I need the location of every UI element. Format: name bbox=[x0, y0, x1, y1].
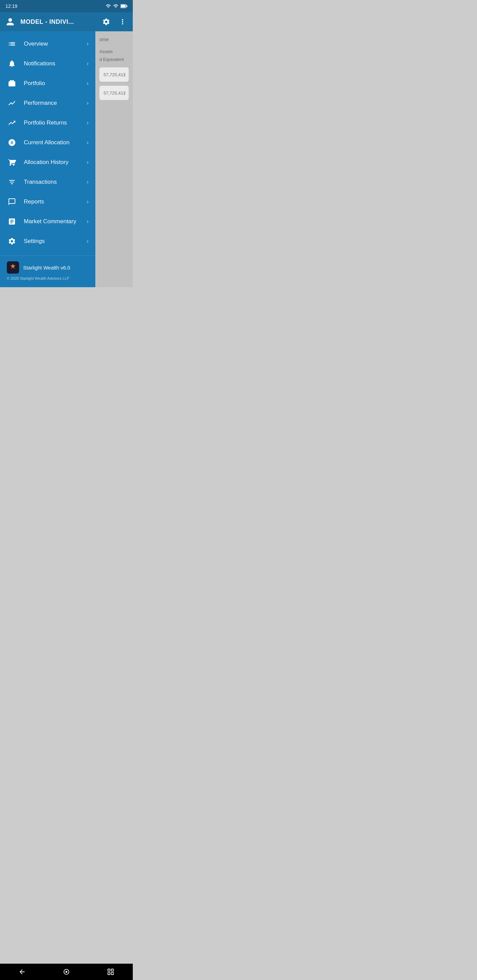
nav-label-transactions: Transactions bbox=[24, 179, 80, 185]
brand-container: Starlight Wealth v6.0 bbox=[7, 261, 89, 274]
nav-item-notifications[interactable]: Notifications › bbox=[0, 54, 95, 73]
nav-item-performance[interactable]: Performance › bbox=[0, 93, 95, 113]
app-header: MODEL - INDIVI... bbox=[0, 12, 133, 31]
nav-label-performance: Performance bbox=[24, 100, 80, 107]
status-time: 12:19 bbox=[5, 3, 18, 9]
drawer-items: Overview › Notifications › bbox=[0, 31, 95, 256]
more-options-icon bbox=[118, 18, 127, 26]
nav-item-current-allocation[interactable]: Current Allocation › bbox=[0, 133, 95, 153]
right-value-1: 57,725,412 bbox=[104, 72, 126, 77]
right-arrow-2: › bbox=[123, 89, 125, 97]
nav-arrow-performance: › bbox=[87, 100, 89, 106]
right-card-2: 57,725,412 › bbox=[99, 86, 129, 100]
drawer-overlay: Overview › Notifications › bbox=[0, 31, 133, 287]
more-options-button[interactable] bbox=[116, 16, 129, 28]
nav-label-portfolio: Portfolio bbox=[24, 80, 80, 87]
signal-icon bbox=[113, 3, 118, 9]
nav-label-portfolio-returns: Portfolio Returns bbox=[24, 119, 80, 126]
right-text-equivalent: d Equivalent bbox=[99, 57, 124, 62]
nav-arrow-transactions: › bbox=[87, 179, 89, 185]
navigation-drawer: Overview › Notifications › bbox=[0, 31, 95, 287]
brand-logo bbox=[7, 261, 19, 274]
settings-nav-icon bbox=[7, 236, 17, 247]
right-content-area[interactable]: ome Assets d Equivalent 57,725,412 › 57,… bbox=[95, 31, 133, 287]
copyright-text: © 2020 Starlight Wealth Advisors LLP bbox=[7, 276, 89, 280]
nav-arrow-portfolio: › bbox=[87, 80, 89, 86]
portfolio-returns-icon bbox=[7, 118, 17, 128]
nav-item-portfolio[interactable]: Portfolio › bbox=[0, 73, 95, 93]
nav-label-settings: Settings bbox=[24, 238, 80, 245]
nav-item-transactions[interactable]: Transactions › bbox=[0, 172, 95, 192]
nav-arrow-portfolio-returns: › bbox=[87, 120, 89, 126]
nav-item-allocation-history[interactable]: Allocation History › bbox=[0, 153, 95, 172]
status-bar: 12:19 bbox=[0, 0, 133, 12]
nav-arrow-overview: › bbox=[87, 41, 89, 47]
market-commentary-icon bbox=[7, 216, 17, 227]
nav-label-current-allocation: Current Allocation bbox=[24, 139, 80, 146]
status-icons bbox=[105, 3, 127, 9]
right-value-2: 57,725,412 bbox=[104, 91, 126, 95]
right-arrow-1: › bbox=[123, 71, 125, 78]
current-allocation-icon bbox=[7, 137, 17, 148]
nav-arrow-notifications: › bbox=[87, 60, 89, 67]
drawer-footer: Starlight Wealth v6.0 © 2020 Starlight W… bbox=[0, 256, 95, 287]
transactions-icon bbox=[7, 177, 17, 187]
nav-label-allocation-history: Allocation History bbox=[24, 159, 80, 166]
nav-arrow-current-allocation: › bbox=[87, 140, 89, 146]
profile-icon bbox=[6, 18, 14, 26]
nav-item-settings[interactable]: Settings › bbox=[0, 231, 95, 251]
nav-label-overview: Overview bbox=[24, 40, 80, 47]
nav-arrow-market-commentary: › bbox=[87, 218, 89, 224]
svg-rect-2 bbox=[127, 5, 128, 7]
nav-label-market-commentary: Market Commentary bbox=[24, 218, 80, 225]
nav-label-reports: Reports bbox=[24, 198, 80, 205]
nav-item-portfolio-returns[interactable]: Portfolio Returns › bbox=[0, 113, 95, 133]
time-display: 12:19 bbox=[5, 3, 18, 9]
allocation-history-icon bbox=[7, 157, 17, 167]
overview-icon bbox=[7, 39, 17, 49]
nav-item-market-commentary[interactable]: Market Commentary › bbox=[0, 212, 95, 231]
settings-icon bbox=[102, 18, 110, 26]
right-text-income: ome bbox=[99, 37, 108, 42]
nav-arrow-reports: › bbox=[87, 199, 89, 205]
reports-icon bbox=[7, 197, 17, 207]
nav-arrow-settings: › bbox=[87, 238, 89, 244]
brand-name: Starlight Wealth v6.0 bbox=[23, 265, 70, 270]
nav-item-overview[interactable]: Overview › bbox=[0, 34, 95, 54]
right-card-1: 57,725,412 › bbox=[99, 67, 129, 82]
settings-button[interactable] bbox=[100, 16, 112, 28]
wifi-icon bbox=[105, 3, 111, 9]
right-text-assets: Assets bbox=[99, 49, 113, 54]
right-content-inner: ome Assets d Equivalent 57,725,412 › 57,… bbox=[95, 31, 133, 109]
notifications-icon bbox=[7, 59, 17, 69]
battery-icon bbox=[121, 4, 127, 8]
portfolio-icon bbox=[7, 78, 17, 89]
nav-item-reports[interactable]: Reports › bbox=[0, 192, 95, 212]
performance-icon bbox=[7, 98, 17, 108]
svg-rect-1 bbox=[121, 5, 125, 8]
nav-arrow-allocation-history: › bbox=[87, 159, 89, 165]
header-title: MODEL - INDIVI... bbox=[21, 18, 96, 25]
nav-label-notifications: Notifications bbox=[24, 60, 80, 67]
profile-button[interactable] bbox=[4, 16, 16, 28]
